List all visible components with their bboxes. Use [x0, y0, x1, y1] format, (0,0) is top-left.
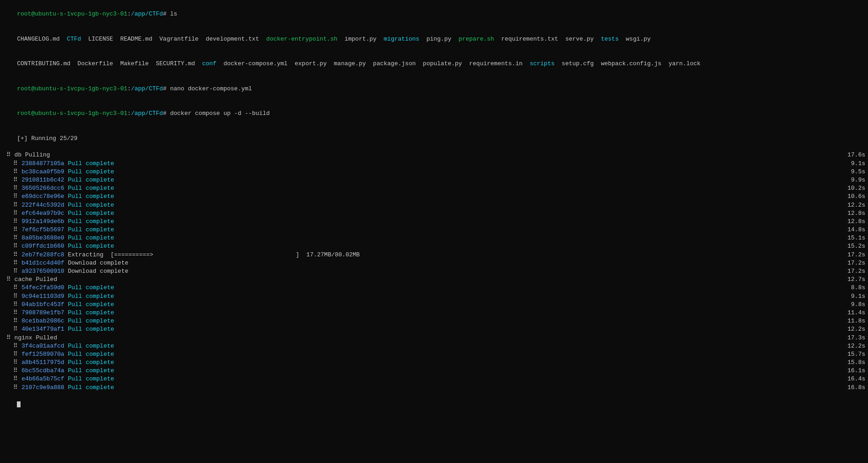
cache-pull-6: ⠿ 40e134f79af1 Pull complete 12.2s [3, 325, 865, 333]
db-pull-12: ⠿ b41d1cc4d40f Download complete 17.2s [3, 259, 865, 267]
prompt-colon: : [127, 10, 131, 17]
ls-line2: CONTRIBUTING.md Dockerfile Makefile SECU… [3, 52, 865, 77]
terminal-cursor [17, 401, 21, 407]
nginx-pull-2: ⠿ fef12589070a Pull complete 15.7s [3, 350, 865, 359]
cache-pull-1: ⠿ 54fec2fa59d0 Pull complete 8.8s [3, 284, 865, 292]
db-pull-5: ⠿ e69dcc78e96e Pull complete 10.6s [3, 192, 865, 201]
ls-line1: CHANGELOG.md CTFd LICENSE README.md Vagr… [3, 27, 865, 52]
cache-pull-3: ⠿ 04ab1bfc453f Pull complete 9.8s [3, 301, 865, 309]
db-pull-7: ⠿ efc64ea97b9c Pull complete 12.8s [3, 209, 865, 218]
db-extracting: ⠿ 2eb7fe288fc8 Extracting [==========> ]… [3, 251, 865, 259]
prompt-user2: root@ubuntu-s-1vcpu-1gb-nyc3-01 [17, 85, 127, 92]
nginx-pull-4: ⠿ 6bc55cdba74a Pull complete 16.1s [3, 367, 865, 375]
cmd-docker-line: root@ubuntu-s-1vcpu-1gb-nyc3-01:/app/CTF… [3, 101, 865, 126]
db-pull-3: ⠿ 2910811b6c42 Pull complete 9.9s [3, 176, 865, 184]
db-pull-6: ⠿ 222f44c5392d Pull complete 12.2s [3, 201, 865, 209]
db-pulling-line: ⠿ db Pulling 17.6s [3, 151, 865, 159]
db-pull-4: ⠿ 36505266dcc6 Pull complete 10.2s [3, 184, 865, 192]
prompt-path: /app/CTFd [131, 10, 163, 17]
nginx-pull-5: ⠿ e4b66a5b75cf Pull complete 16.4s [3, 375, 865, 383]
db-pull-10: ⠿ 8a05be3688e0 Pull complete 15.1s [3, 234, 865, 242]
prompt-user3: root@ubuntu-s-1vcpu-1gb-nyc3-01 [17, 110, 127, 117]
db-pull-13: ⠿ a92376500910 Download complete 17.2s [3, 267, 865, 276]
nginx-pull-3: ⠿ a8b45117975d Pull complete 15.8s [3, 359, 865, 367]
db-pull-9: ⠿ 7ef6cf5b5697 Pull complete 14.8s [3, 226, 865, 234]
db-pull-8: ⠿ 9912a149de6b Pull complete 12.8s [3, 218, 865, 226]
cache-pull-2: ⠿ 9c94e11103d9 Pull complete 9.1s [3, 292, 865, 301]
db-pull-1: ⠿ 23884877105a Pull complete 9.1s [3, 160, 865, 168]
db-pull-11: ⠿ c09ffdc1b660 Pull complete 15.2s [3, 242, 865, 250]
cache-pulled-line: ⠿ cache Pulled 12.7s [3, 276, 865, 284]
cache-pull-4: ⠿ 7988789e1fb7 Pull complete 11.4s [3, 309, 865, 317]
terminal: root@ubuntu-s-1vcpu-1gb-nyc3-01:/app/CTF… [3, 2, 865, 416]
nginx-pull-6: ⠿ 2107c9e9a888 Pull complete 16.8s [3, 384, 865, 392]
prompt-hash: # ls [163, 10, 177, 17]
cache-pull-5: ⠿ 8ce1bab2086c Pull complete 11.8s [3, 317, 865, 325]
running-status: [+] Running 25/29 [3, 126, 865, 151]
cmd-ls-line: root@ubuntu-s-1vcpu-1gb-nyc3-01:/app/CTF… [3, 2, 865, 27]
nginx-pull-1: ⠿ 3f4ca01aafcd Pull complete 12.2s [3, 342, 865, 350]
nginx-pulled-line: ⠿ nginx Pulled 17.3s [3, 334, 865, 342]
cmd-nano-line: root@ubuntu-s-1vcpu-1gb-nyc3-01:/app/CTF… [3, 77, 865, 102]
prompt-user: root@ubuntu-s-1vcpu-1gb-nyc3-01 [17, 10, 127, 17]
cursor-line [3, 392, 865, 417]
db-pull-2: ⠿ bc38caa0f5b9 Pull complete 9.5s [3, 168, 865, 176]
